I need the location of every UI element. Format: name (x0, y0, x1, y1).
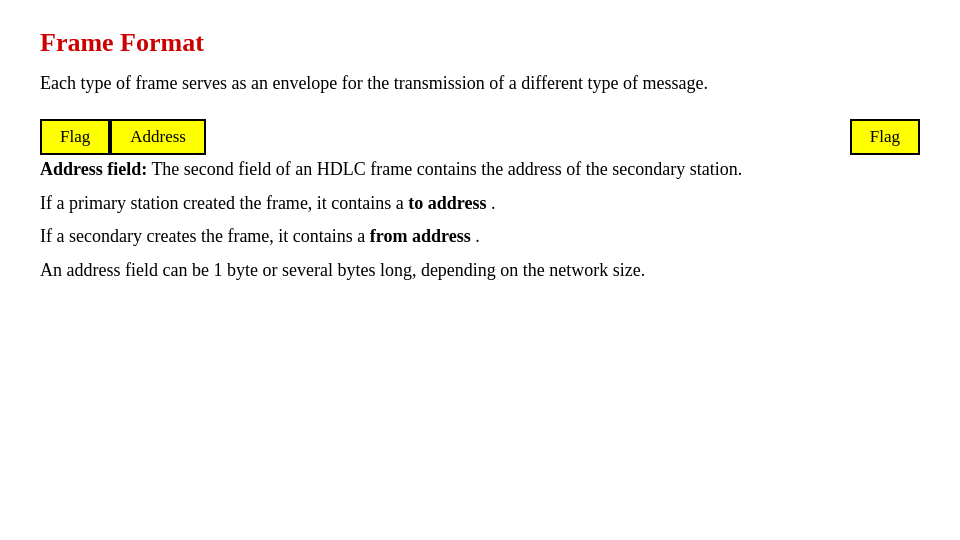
primary-station-paragraph: If a primary station created the frame, … (40, 189, 920, 219)
page-title: Frame Format (40, 28, 920, 58)
frame-diagram: Flag Address Flag (40, 119, 920, 155)
flag-left-box: Flag (40, 119, 110, 155)
address-field-bold: Address field: (40, 159, 147, 179)
secondary-station-text-before: If a secondary creates the frame, it con… (40, 226, 370, 246)
to-address-bold: to address (408, 193, 486, 213)
flag-right-box: Flag (850, 119, 920, 155)
from-address-bold: from address (370, 226, 471, 246)
address-box: Address (110, 119, 206, 155)
page-container: Frame Format Each type of frame serves a… (0, 0, 960, 318)
intro-paragraph: Each type of frame serves as an envelope… (40, 70, 920, 97)
address-size-paragraph: An address field can be 1 byte or severa… (40, 256, 920, 286)
address-field-text: The second field of an HDLC frame contai… (151, 159, 742, 179)
secondary-station-text-after: . (475, 226, 480, 246)
primary-station-text-after: . (491, 193, 496, 213)
secondary-station-paragraph: If a secondary creates the frame, it con… (40, 222, 920, 252)
primary-station-text-before: If a primary station created the frame, … (40, 193, 408, 213)
address-field-paragraph: Address field: The second field of an HD… (40, 155, 920, 185)
